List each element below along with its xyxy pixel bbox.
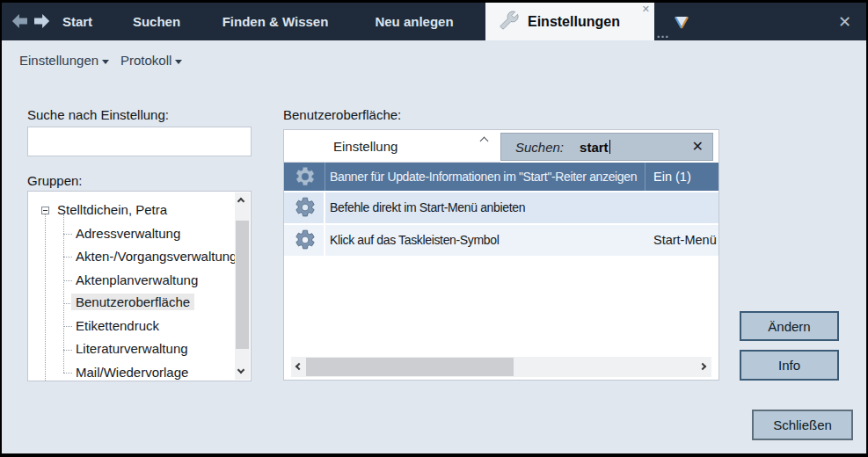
search-setting-label: Suche nach Einstellung:: [27, 107, 169, 122]
table-search-label: Suchen:: [515, 140, 564, 155]
tab-suchen[interactable]: Suchen: [123, 3, 190, 40]
menu-protokoll-label: Protokoll: [120, 53, 171, 68]
back-arrow-icon[interactable]: [11, 14, 30, 28]
text-cursor: [609, 140, 611, 154]
groups-label: Gruppen:: [27, 173, 83, 188]
dropdown-triangle-icon[interactable]: [674, 16, 689, 29]
gear-icon: [294, 165, 317, 188]
table-row-banner-update[interactable]: Banner für Update-Informationen im "Star…: [284, 163, 718, 191]
tree-guide-line: [63, 234, 72, 235]
search-setting-input[interactable]: [27, 127, 252, 156]
schliessen-button[interactable]: Schließen: [752, 410, 853, 440]
scroll-up-icon[interactable]: [237, 198, 244, 205]
scroll-down-icon[interactable]: [237, 366, 244, 374]
tree-root-item[interactable]: Stelltdichein, Petra: [57, 202, 167, 217]
tab-neu-anlegen[interactable]: Neu anlegen: [356, 3, 472, 40]
tree-guide-line: [63, 373, 72, 374]
tree-guide-line: [63, 214, 64, 373]
tree-item-adressverwaltung[interactable]: Adressverwaltung: [76, 226, 180, 241]
menu-protokoll[interactable]: Protokoll: [120, 53, 182, 68]
tab-finden-wissen[interactable]: Finden & Wissen: [215, 3, 335, 40]
table-row-taskleisten-symbol[interactable]: Klick auf das Taskleisten-Symbol Start-M…: [284, 225, 718, 256]
scroll-right-icon[interactable]: [699, 363, 706, 370]
overflow-ellipsis-icon[interactable]: …: [656, 25, 670, 40]
setting-name: Banner für Update-Informationen im "Star…: [330, 163, 643, 191]
tree-item-benutzeroberflaeche-selected[interactable]: Benutzeroberfläche: [71, 294, 194, 310]
tab-einstellungen-active[interactable]: Einstellungen ✕: [485, 3, 654, 40]
tree-item-mail-wiedervorlage[interactable]: Mail/Wiedervorlage: [76, 365, 188, 380]
column-divider: [324, 225, 325, 256]
groups-tree: Stelltdichein, Petra Adressverwaltung Ak…: [27, 191, 252, 381]
menu-einstellungen[interactable]: Einstellungen: [19, 53, 109, 68]
sort-ascending-icon[interactable]: [480, 137, 489, 146]
table-row-befehle-startmenu[interactable]: Befehle direkt im Start-Menü anbieten: [284, 192, 718, 223]
tab-start[interactable]: Start: [53, 3, 102, 40]
settings-window: Start Suchen Finden & Wissen Neu anlegen…: [0, 0, 868, 457]
tree-item-literaturverwaltung[interactable]: Literaturverwaltung: [76, 341, 188, 356]
tree-guide-line: [63, 257, 72, 258]
tree-item-aktenplan[interactable]: Aktenplanverwaltung: [76, 272, 198, 287]
column-divider: [645, 163, 646, 191]
table-search-value[interactable]: start: [580, 140, 609, 155]
gear-icon: [294, 196, 317, 219]
tree-guide-line: [63, 326, 72, 327]
tree-scrollbar-thumb[interactable]: [236, 221, 249, 349]
chevron-down-icon: [175, 60, 182, 64]
wrench-icon: [500, 11, 519, 30]
active-tab-label: Einstellungen: [528, 14, 620, 30]
search-close-icon[interactable]: ✕: [692, 138, 704, 155]
column-header-einstellung[interactable]: Einstellung: [333, 139, 398, 154]
ribbon-tab-bar: Start Suchen Finden & Wissen Neu anlegen…: [2, 3, 866, 40]
window-close-icon[interactable]: ✕: [838, 12, 851, 32]
aendern-button[interactable]: Ändern: [740, 311, 839, 341]
scroll-left-icon[interactable]: [295, 363, 303, 370]
table-search-box[interactable]: Suchen: start ✕: [500, 133, 713, 161]
panel-title: Benutzeroberfläche:: [283, 107, 401, 122]
tree-scrollbar[interactable]: [235, 192, 250, 380]
tree-guide-line: [45, 214, 46, 381]
info-button[interactable]: Info: [740, 350, 839, 381]
tree-collapse-icon[interactable]: [41, 207, 49, 214]
setting-value: Start-Menü: [653, 225, 717, 256]
chevron-down-icon: [102, 60, 109, 64]
forward-arrow-icon[interactable]: [32, 14, 51, 28]
tree-item-akten-vorgang[interactable]: Akten-/Vorgangsverwaltung: [76, 249, 237, 264]
h-scrollbar-thumb[interactable]: [306, 358, 514, 376]
tree-guide-line: [63, 350, 72, 351]
menu-einstellungen-label: Einstellungen: [19, 53, 98, 68]
tree-item-etikettendruck[interactable]: Etikettendruck: [76, 318, 159, 333]
tree-guide-line: [63, 280, 72, 281]
setting-value: Ein (1): [653, 163, 691, 191]
column-divider: [324, 192, 325, 223]
settings-table: Einstellung Suchen: start ✕ Banner für U…: [283, 129, 719, 381]
window-frame: Start Suchen Finden & Wissen Neu anlegen…: [2, 3, 866, 453]
tab-close-icon[interactable]: ✕: [642, 3, 650, 15]
setting-name: Klick auf das Taskleisten-Symbol: [330, 225, 643, 256]
table-h-scrollbar[interactable]: [291, 357, 711, 377]
column-divider: [325, 163, 325, 191]
setting-name: Befehle direkt im Start-Menü anbieten: [330, 192, 643, 223]
gear-icon: [294, 228, 317, 251]
